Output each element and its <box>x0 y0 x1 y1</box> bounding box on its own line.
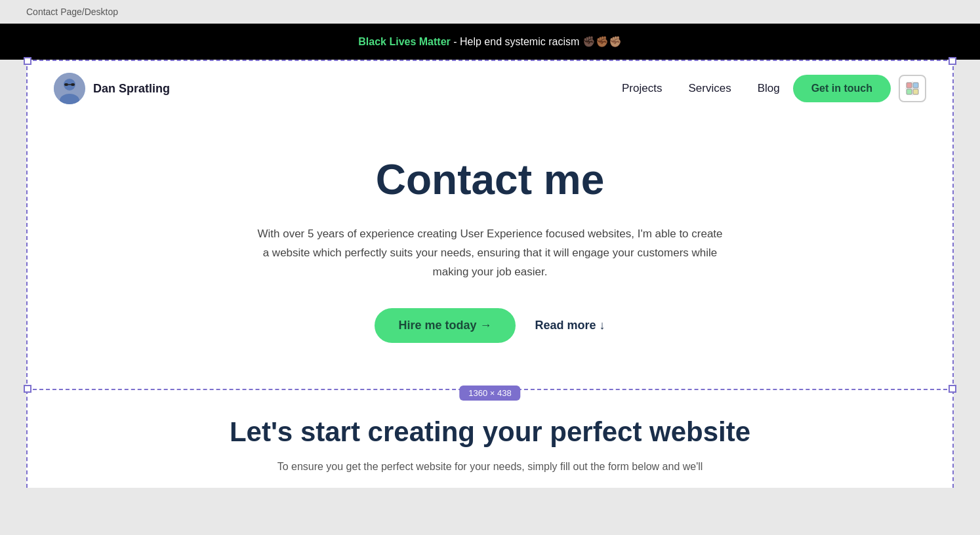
hero-description: With over 5 years of experience creating… <box>254 225 726 282</box>
banner-rest-text: - Help end systemic racism ✊🏿✊🏾✊🏽 <box>451 36 622 47</box>
svg-rect-4 <box>71 83 75 86</box>
dimension-badge: 1360 × 438 <box>459 386 520 401</box>
hero-title: Contact me <box>54 155 926 204</box>
nav-links: Projects Services Blog <box>622 82 780 95</box>
avatar <box>54 73 85 104</box>
hire-me-button[interactable]: Hire me today → <box>375 308 515 343</box>
color-palette-icon[interactable] <box>899 75 926 102</box>
nav-link-projects[interactable]: Projects <box>622 82 662 95</box>
top-banner: Black Lives Matter - Help end systemic r… <box>0 24 980 60</box>
blm-text: Black Lives Matter <box>358 36 451 47</box>
navbar: Dan Spratling Projects Services Blog Get… <box>28 61 952 116</box>
corner-br <box>949 385 956 393</box>
bottom-description: To ensure you get the perfect website fo… <box>260 458 720 475</box>
svg-rect-7 <box>913 83 918 88</box>
svg-rect-3 <box>64 83 68 86</box>
svg-rect-6 <box>907 83 912 88</box>
nav-link-services[interactable]: Services <box>688 82 731 95</box>
corner-tr <box>949 57 956 65</box>
nav-brand-name: Dan Spratling <box>93 82 170 96</box>
hero-buttons: Hire me today → Read more ↓ <box>54 308 926 343</box>
nav-link-blog[interactable]: Blog <box>758 82 780 95</box>
page-label: Contact Page/Desktop <box>0 0 980 24</box>
site-frame: Dan Spratling Projects Services Blog Get… <box>26 60 954 390</box>
svg-rect-9 <box>913 89 918 94</box>
nav-brand[interactable]: Dan Spratling <box>54 73 170 104</box>
bottom-title: Let's start creating your perfect websit… <box>54 416 926 448</box>
get-in-touch-button[interactable]: Get in touch <box>793 75 891 102</box>
read-more-button[interactable]: Read more ↓ <box>535 319 605 332</box>
svg-rect-8 <box>907 89 912 94</box>
corner-tl <box>24 57 31 65</box>
page-label-text: Contact Page/Desktop <box>26 7 118 17</box>
corner-bl <box>24 385 31 393</box>
bottom-section: Let's start creating your perfect websit… <box>26 390 954 488</box>
hero-section: Contact me With over 5 years of experien… <box>28 116 952 389</box>
